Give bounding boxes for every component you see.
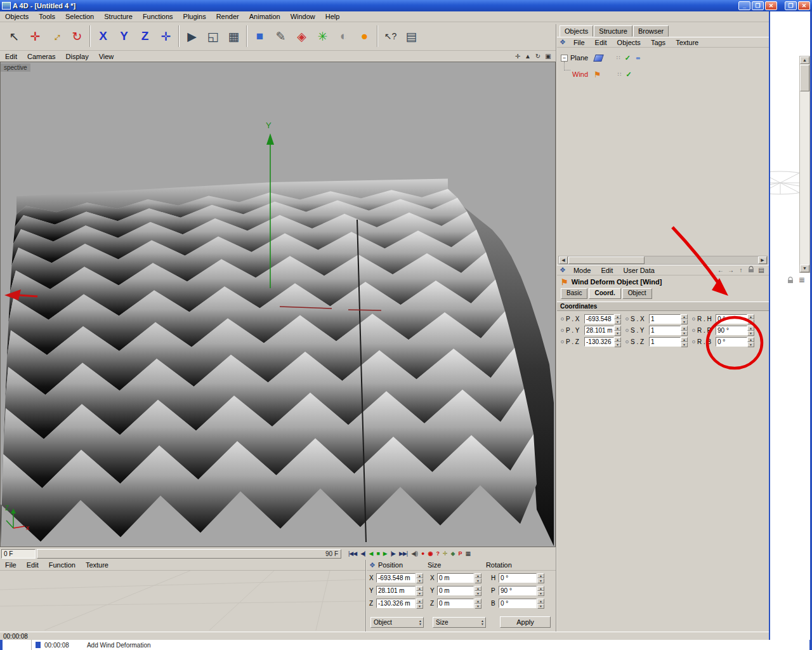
coordinates-section-header[interactable]: Coordinates: [557, 302, 769, 311]
anim-dot-icon[interactable]: [692, 340, 695, 343]
rot-p-field[interactable]: [499, 586, 537, 595]
om-menu-file[interactable]: File: [568, 38, 590, 47]
py-field[interactable]: [584, 326, 614, 335]
tlp-menu-function[interactable]: Function: [44, 560, 81, 569]
rp-field[interactable]: [716, 326, 747, 335]
play-button[interactable]: ▶: [381, 550, 389, 557]
scroll-thumb[interactable]: [800, 65, 809, 91]
rh-field[interactable]: [716, 314, 747, 324]
size-z-field[interactable]: [437, 599, 474, 608]
record-help-button[interactable]: ?: [434, 550, 441, 557]
scroll-thumb[interactable]: [568, 256, 645, 264]
scale-tool-icon[interactable]: ↔: [46, 24, 67, 48]
grid-icon[interactable]: ▦: [463, 550, 472, 557]
rb-field[interactable]: [716, 337, 747, 347]
px-spinner[interactable]: ▲▼: [614, 314, 621, 324]
pos-z-spinner[interactable]: ▲▼: [416, 599, 423, 608]
lock-y-axis-icon[interactable]: Y: [114, 24, 134, 48]
size-y-field[interactable]: [437, 586, 474, 595]
next-key-button[interactable]: |▶: [389, 550, 397, 557]
anim-dot-icon[interactable]: [625, 317, 629, 321]
add-sky-icon[interactable]: ●: [354, 24, 375, 48]
render-region-icon[interactable]: ◱: [202, 24, 223, 48]
om-menu-tags[interactable]: Tags: [646, 38, 671, 47]
size-dropdown[interactable]: Size▲▼: [433, 617, 486, 628]
py-spinner[interactable]: ▲▼: [614, 326, 621, 335]
om-menu-edit[interactable]: Edit: [590, 38, 612, 47]
move-tool-icon[interactable]: ✛: [25, 24, 46, 48]
rb-spinner[interactable]: ▲▼: [747, 337, 754, 347]
size-x-field[interactable]: [437, 573, 474, 583]
cursor-tool-icon[interactable]: ↖: [4, 24, 25, 48]
anim-dot-icon[interactable]: [692, 317, 695, 321]
menu-help[interactable]: Help: [320, 12, 345, 21]
expander-icon[interactable]: −: [561, 55, 568, 62]
sy-field[interactable]: [649, 326, 681, 335]
am-menu-userdata[interactable]: User Data: [618, 266, 660, 275]
add-keyframe-button[interactable]: ✛: [441, 550, 449, 557]
record-p-button[interactable]: P: [456, 550, 463, 557]
close-button[interactable]: ✕: [765, 1, 777, 10]
tlp-menu-texture[interactable]: Texture: [81, 560, 114, 569]
rotate-tool-icon[interactable]: ↻: [67, 24, 88, 48]
rot-h-spinner[interactable]: ▲▼: [537, 573, 544, 583]
prev-key-button[interactable]: ◀|: [358, 550, 367, 557]
lock-icon[interactable]: [746, 266, 756, 274]
goto-start-button[interactable]: |◀◀: [346, 550, 358, 557]
add-light-icon[interactable]: ◐: [333, 24, 354, 48]
minimize-button[interactable]: _: [738, 1, 750, 10]
apply-button[interactable]: Apply: [500, 616, 551, 628]
rot-h-field[interactable]: [499, 573, 537, 583]
tlp-menu-file[interactable]: File: [0, 560, 22, 569]
anim-dot-icon[interactable]: [692, 329, 695, 332]
object-manager-hscrollbar[interactable]: ◀ ▶: [558, 256, 768, 265]
enabled-check-icon[interactable]: ✓: [625, 70, 631, 79]
volume-icon[interactable]: ◀)): [409, 550, 419, 557]
enabled-check-icon[interactable]: ✓: [625, 54, 631, 62]
menu-window[interactable]: Window: [285, 12, 320, 21]
vp-menu-cameras[interactable]: Cameras: [22, 52, 61, 61]
structure-table-icon[interactable]: ▤: [401, 24, 422, 48]
scroll-down-icon[interactable]: ▼: [800, 265, 809, 272]
sy-spinner[interactable]: ▲▼: [681, 326, 688, 335]
pos-x-spinner[interactable]: ▲▼: [416, 573, 423, 583]
pos-x-field[interactable]: [376, 573, 416, 583]
lock-icon[interactable]: [785, 277, 796, 285]
bg-window-maximize-button[interactable]: ❐: [785, 1, 797, 10]
anim-dot-icon[interactable]: [561, 317, 564, 321]
menu-selection[interactable]: Selection: [60, 12, 99, 21]
maximize-button[interactable]: ❐: [752, 1, 764, 10]
add-particles-icon[interactable]: ✳: [312, 24, 333, 48]
add-spline-icon[interactable]: ✎: [270, 24, 291, 48]
menu-tools[interactable]: Tools: [34, 12, 60, 21]
pos-y-spinner[interactable]: ▲▼: [416, 586, 423, 595]
pos-z-field[interactable]: [376, 599, 416, 608]
size-x-spinner[interactable]: ▲▼: [475, 573, 481, 583]
view-zoom-icon[interactable]: ▲: [523, 53, 533, 60]
view-maximize-icon[interactable]: ▣: [543, 53, 553, 60]
mode-dropdown[interactable]: Object▲▼: [370, 617, 424, 628]
coordinate-system-icon[interactable]: ✛: [155, 24, 176, 48]
add-deformer-icon[interactable]: ◈: [291, 24, 312, 48]
goto-end-button[interactable]: ▶▶|: [397, 550, 409, 557]
rot-b-field[interactable]: [499, 599, 537, 608]
anim-dot-icon[interactable]: [625, 340, 629, 343]
pz-spinner[interactable]: ▲▼: [614, 337, 621, 347]
size-y-spinner[interactable]: ▲▼: [475, 586, 481, 595]
bg-window-close-button[interactable]: ✕: [798, 1, 810, 10]
menu-objects[interactable]: Objects: [0, 12, 34, 21]
background-vscrollbar[interactable]: ▲ ▼: [799, 56, 810, 273]
viewport-canvas[interactable]: spective Y: [0, 62, 556, 547]
tab-coord[interactable]: Coord.: [589, 288, 620, 299]
tab-browser[interactable]: Browser: [633, 25, 669, 37]
rh-spinner[interactable]: ▲▼: [747, 314, 754, 324]
add-primitive-icon[interactable]: ■: [249, 24, 270, 48]
record-camera-button[interactable]: ◉: [426, 550, 435, 557]
tree-row-plane[interactable]: − Plane ∷ ✓ ●●: [561, 53, 764, 63]
play-backward-button[interactable]: ◀: [367, 550, 374, 557]
tab-objects[interactable]: Objects: [560, 25, 593, 37]
panel-icon[interactable]: ▤: [756, 267, 766, 274]
history-back-icon[interactable]: ←: [716, 267, 726, 274]
sz-spinner[interactable]: ▲▼: [681, 337, 688, 347]
tab-basic[interactable]: Basic: [561, 288, 587, 299]
